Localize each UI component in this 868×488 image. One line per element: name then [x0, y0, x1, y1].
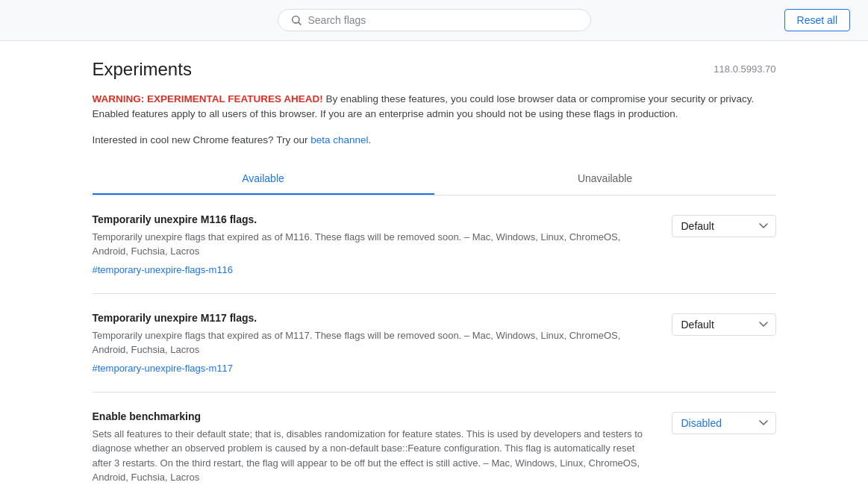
- flag-link[interactable]: #temporary-unexpire-flags-m116: [93, 264, 234, 275]
- flag-item: Temporarily unexpire M117 flags. Tempora…: [93, 294, 776, 392]
- flag-name: Temporarily unexpire M116 flags.: [93, 213, 648, 225]
- top-bar: Reset all: [0, 0, 868, 41]
- flag-select[interactable]: Default Enabled Disabled: [672, 215, 776, 237]
- beta-channel-link[interactable]: beta channel: [310, 134, 368, 146]
- flags-list: Temporarily unexpire M116 flags. Tempora…: [93, 195, 776, 489]
- flag-select[interactable]: Default Enabled Disabled: [672, 313, 776, 336]
- beta-suffix: .: [368, 134, 371, 146]
- flag-info: Enable benchmarking Sets all features to…: [93, 410, 648, 489]
- tab-available[interactable]: Available: [93, 163, 434, 195]
- flag-link[interactable]: #temporary-unexpire-flags-m117: [93, 363, 234, 374]
- flag-item: Temporarily unexpire M116 flags. Tempora…: [93, 195, 776, 294]
- flag-item: Enable benchmarking Sets all features to…: [93, 392, 776, 489]
- flag-description: Temporarily unexpire flags that expired …: [93, 328, 648, 357]
- svg-line-1: [299, 22, 301, 25]
- flag-info: Temporarily unexpire M116 flags. Tempora…: [93, 213, 648, 275]
- tabs-container: Available Unavailable: [93, 163, 776, 195]
- warning-block: WARNING: EXPERIMENTAL FEATURES AHEAD! By…: [93, 92, 776, 122]
- flag-select-disabled[interactable]: Default Enabled Disabled: [672, 412, 776, 434]
- warning-prefix: WARNING: EXPERIMENTAL FEATURES AHEAD!: [93, 93, 323, 104]
- search-container: [278, 9, 591, 31]
- flag-name: Temporarily unexpire M117 flags.: [93, 312, 648, 324]
- page-title: Experiments: [93, 59, 192, 80]
- beta-prefix: Interested in cool new Chrome features? …: [93, 134, 311, 146]
- flag-control: Default Enabled Disabled: [672, 410, 776, 434]
- search-input[interactable]: [308, 14, 578, 26]
- tab-unavailable[interactable]: Unavailable: [434, 163, 776, 195]
- beta-channel-text: Interested in cool new Chrome features? …: [93, 134, 776, 146]
- flag-control: Default Enabled Disabled: [672, 312, 776, 336]
- main-content: Experiments 118.0.5993.70 WARNING: EXPER…: [69, 41, 800, 488]
- flag-description: Sets all features to their default state…: [93, 427, 648, 485]
- flag-description: Temporarily unexpire flags that expired …: [93, 230, 648, 259]
- flag-name: Enable benchmarking: [93, 410, 648, 422]
- page-header: Experiments 118.0.5993.70: [93, 59, 776, 80]
- flag-control: Default Enabled Disabled: [672, 213, 776, 237]
- reset-all-button[interactable]: Reset all: [784, 9, 850, 31]
- search-icon: [290, 14, 302, 26]
- version-number: 118.0.5993.70: [714, 63, 775, 75]
- flag-info: Temporarily unexpire M117 flags. Tempora…: [93, 312, 648, 374]
